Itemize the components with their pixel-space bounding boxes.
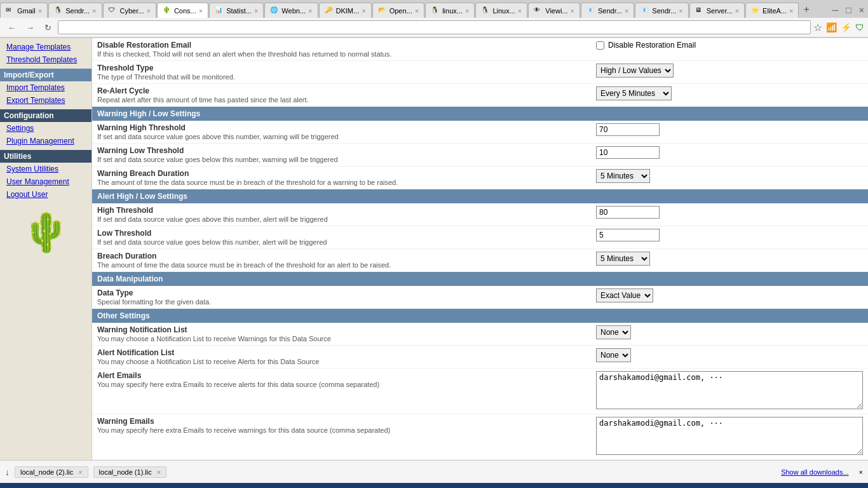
- tab-close-open[interactable]: ×: [415, 7, 419, 15]
- row-warning-emails: Warning Emails You may specify here extr…: [92, 414, 868, 460]
- sidebar-item-import-templates[interactable]: Import Templates: [0, 81, 92, 94]
- warning-emails-desc: You may specify here extra Emails to rec…: [97, 426, 586, 434]
- download-item-1-label: local_node (2).lic: [20, 468, 73, 476]
- warning-high-threshold-input[interactable]: [596, 123, 660, 136]
- high-threshold-input[interactable]: [596, 206, 660, 219]
- tab-cyber[interactable]: 🛡 Cyber... ×: [103, 3, 156, 18]
- sidebar: Manage Templates Threshold Templates Imp…: [0, 38, 92, 460]
- re-alert-cycle-select[interactable]: Every 5 Minutes Every 15 Minutes Every 3…: [596, 86, 672, 100]
- tab-close-server[interactable]: ×: [735, 7, 739, 15]
- tab-close-webn[interactable]: ×: [308, 7, 312, 15]
- data-manipulation-section-header: Data Manipulation: [92, 272, 868, 287]
- alert-emails-textarea[interactable]: darshakamodi@gmail.com, ···: [596, 371, 863, 409]
- alert-emails-label: Alert Emails: [97, 371, 586, 380]
- low-threshold-input[interactable]: [596, 229, 660, 241]
- sidebar-section-configuration[interactable]: Configuration: [0, 109, 92, 122]
- tab-favicon-cons: 🌵: [163, 6, 172, 15]
- tab-close-dkim[interactable]: ×: [362, 7, 365, 15]
- tab-server[interactable]: 🖥 Server... ×: [689, 3, 745, 18]
- back-button[interactable]: ←: [4, 21, 20, 34]
- sidebar-item-manage-templates[interactable]: Manage Templates: [0, 41, 92, 53]
- data-type-select[interactable]: Exact Value Percentage Bits/sec: [596, 288, 653, 302]
- tab-viewi[interactable]: 👁 Viewi... ×: [528, 3, 580, 18]
- tab-gmail[interactable]: ✉ Gmail ×: [0, 3, 48, 18]
- sidebar-item-user-management[interactable]: User Management: [0, 175, 92, 188]
- tab-close-sendr2[interactable]: ×: [625, 7, 628, 15]
- download-item-2[interactable]: local_node (1).lic ×: [93, 466, 167, 478]
- sidebar-item-plugin-management[interactable]: Plugin Management: [0, 135, 92, 147]
- sidebar-item-system-utilities[interactable]: System Utilities: [0, 163, 92, 175]
- tab-label-viewi: Viewi...: [545, 7, 567, 15]
- sidebar-section-import-export[interactable]: Import/Export: [0, 69, 92, 81]
- sidebar-item-threshold-templates[interactable]: Threshold Templates: [0, 53, 92, 66]
- address-bar[interactable]: /cacti1/plugins/thold/thold.php?rra=63&v…: [58, 20, 811, 34]
- row-warning-high-threshold: Warning High Threshold If set and data s…: [92, 121, 868, 144]
- tab-close-cons[interactable]: ×: [199, 7, 203, 15]
- sidebar-item-settings[interactable]: Settings: [0, 122, 92, 135]
- sidebar-item-export-templates[interactable]: Export Templates: [0, 94, 92, 107]
- warning-low-threshold-input[interactable]: [596, 146, 660, 159]
- tab-linux2[interactable]: 🐧 Linux... ×: [475, 3, 527, 18]
- alert-notification-list-select[interactable]: None: [596, 348, 631, 362]
- tab-close-cyber[interactable]: ×: [146, 7, 150, 15]
- reload-button[interactable]: ↻: [41, 21, 55, 34]
- tab-close-linux2[interactable]: ×: [518, 7, 522, 15]
- row-breach-duration: Breach Duration The amount of time the d…: [92, 249, 868, 272]
- tab-favicon-cyber: 🛡: [109, 6, 118, 15]
- row-re-alert-cycle: Re-Alert Cycle Repeat alert after this a…: [92, 84, 868, 107]
- tab-label-gmail: Gmail: [17, 7, 36, 15]
- breach-duration-label: Breach Duration: [97, 252, 586, 261]
- threshold-type-select[interactable]: High / Low Values Baseline Time Based: [596, 64, 674, 78]
- breach-duration-select[interactable]: 5 Minutes 10 Minutes 15 Minutes 30 Minut…: [596, 252, 650, 266]
- tab-sendr2[interactable]: 📧 Sendr... ×: [581, 3, 634, 18]
- close-window-button[interactable]: ×: [855, 3, 868, 18]
- sidebar-section-utilities[interactable]: Utilities: [0, 150, 92, 163]
- tab-webn[interactable]: 🌐 Webn... ×: [264, 3, 318, 18]
- tab-close-elitea[interactable]: ×: [789, 7, 793, 15]
- breach-duration-desc: The amount of time the data source must …: [97, 261, 586, 269]
- download-arrow-icon: ↓: [5, 467, 10, 477]
- show-all-downloads-link[interactable]: Show all downloads...: [781, 468, 848, 476]
- tab-close-statist[interactable]: ×: [254, 7, 258, 15]
- tab-favicon-sendr3: 📧: [641, 6, 649, 15]
- tab-cons[interactable]: 🌵 Cons... ×: [157, 3, 208, 18]
- tab-elitea[interactable]: ⭐ EliteA... ×: [745, 3, 799, 18]
- tab-label-linux2: Linux...: [492, 7, 515, 15]
- download-item-1[interactable]: local_node (2).lic ×: [15, 466, 88, 478]
- tab-close-gmail[interactable]: ×: [38, 7, 42, 15]
- bookmark-icon[interactable]: ☆: [813, 22, 822, 34]
- other-settings-header-row: Other Settings: [92, 309, 868, 323]
- download-item-1-close[interactable]: ×: [78, 468, 82, 476]
- tab-open[interactable]: 📂 Open... ×: [372, 3, 425, 18]
- tab-favicon-webn: 🌐: [270, 6, 279, 15]
- tab-close-linux1[interactable]: ×: [465, 7, 469, 15]
- cactus-icon: 🌵: [0, 214, 92, 252]
- tab-close-sendr1[interactable]: ×: [92, 7, 96, 15]
- tab-label-sendr3: Sendr...: [652, 7, 676, 15]
- tab-statist[interactable]: 📊 Statist... ×: [209, 3, 264, 18]
- sidebar-item-logout[interactable]: Logout User: [0, 188, 92, 201]
- warning-emails-textarea[interactable]: darshakamodi@gmail.com, ···: [596, 417, 863, 455]
- download-bar-close-icon[interactable]: ×: [859, 468, 863, 476]
- row-high-threshold: High Threshold If set and data source va…: [92, 203, 868, 226]
- row-alert-notification-list: Alert Notification List You may choose a…: [92, 346, 868, 369]
- other-settings-section-header: Other Settings: [92, 309, 868, 323]
- tab-dkim[interactable]: 🔑 DKIM... ×: [319, 3, 372, 18]
- tab-close-viewi[interactable]: ×: [571, 7, 574, 15]
- tab-sendr3[interactable]: 📧 Sendr... ×: [635, 3, 688, 18]
- tab-close-sendr3[interactable]: ×: [679, 7, 682, 15]
- forward-button[interactable]: →: [22, 21, 38, 34]
- warning-breach-duration-select[interactable]: 5 Minutes 10 Minutes 15 Minutes 30 Minut…: [596, 169, 650, 183]
- data-type-desc: Special formatting for the given data.: [97, 298, 586, 306]
- new-tab-button[interactable]: +: [799, 1, 813, 18]
- tab-label-linux1: linux...: [442, 7, 463, 15]
- maximize-button[interactable]: □: [842, 3, 855, 18]
- warning-notification-list-select[interactable]: None: [596, 325, 631, 339]
- tab-sendr1[interactable]: 🐧 Sendr... ×: [48, 3, 102, 18]
- download-item-2-close[interactable]: ×: [157, 468, 161, 476]
- row-alert-emails: Alert Emails You may specify here extra …: [92, 369, 868, 414]
- tab-linux1[interactable]: 🐧 linux... ×: [425, 3, 475, 18]
- disable-restoration-email-checkbox[interactable]: [596, 41, 604, 50]
- minimize-button[interactable]: ─: [828, 3, 842, 18]
- tab-label-cons: Cons...: [174, 7, 196, 15]
